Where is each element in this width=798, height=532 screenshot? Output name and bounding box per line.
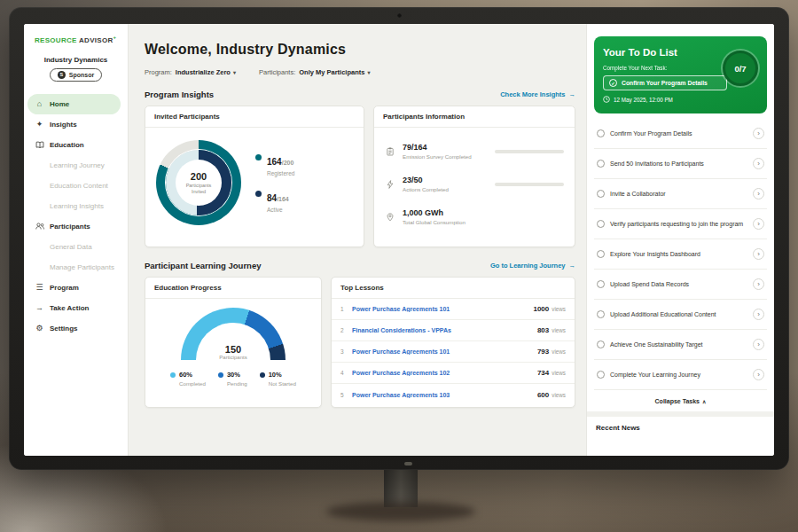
sidebar-item-insights[interactable]: ✦ Insights [24,114,128,135]
legend-dot [170,372,176,378]
sidebar-item-manage-participants[interactable]: Manage Participants [24,257,128,278]
collapse-label: Collapse Tasks [655,398,700,404]
survey-progress-bar [495,150,564,153]
legend-dot [218,372,223,378]
program-filter-value: Industrialize Zero [176,68,231,76]
task-checkbox[interactable] [597,310,605,318]
lesson-title-link[interactable]: Power Purchase Agreements 102 [352,370,537,376]
sidebar-item-program[interactable]: ☰ Program [24,278,128,298]
lesson-title-link[interactable]: Financial Considerations - VPPAs [352,327,537,333]
lesson-title-link[interactable]: Power Purchase Agreements 101 [352,306,533,312]
program-insights-cards: Invited Participants 200 Participants In… [145,106,575,247]
chevron-right-icon[interactable]: › [753,309,764,320]
sidebar: RESOURCE ADVISOR+ Industry Dynamics S Sp… [24,24,129,456]
collapse-tasks-button[interactable]: Collapse Tasks∧ [594,390,767,411]
check-more-insights-link[interactable]: Check More Insights → [500,90,575,98]
legend-label: Completed [179,380,206,387]
lesson-row: 4 Power Purchase Agreements 102 734 view… [332,363,575,384]
lesson-views-suffix: views [552,327,566,333]
due-text: 12 May 2025, 12:00 PM [614,97,673,103]
next-task-button[interactable]: ✓ Confirm Your Program Details [603,75,727,90]
sidebar-item-general-data[interactable]: General Data [24,237,128,257]
people-icon [35,223,44,230]
chevron-right-icon[interactable]: › [753,158,764,169]
legend-value: 164 [267,157,282,167]
power-led [404,462,412,466]
sidebar-item-learning-journey[interactable]: Learning Journey [24,155,128,176]
recent-news-header: Recent News [594,417,767,439]
monitor-frame: RESOURCE ADVISOR+ Industry Dynamics S Sp… [9,7,789,470]
lesson-views: 803 [537,326,549,334]
task-checkbox[interactable] [597,250,605,258]
sidebar-item-label: General Data [50,243,92,251]
task-checkbox[interactable] [597,129,605,137]
chevron-right-icon[interactable]: › [753,128,764,139]
list-icon: ☰ [35,283,44,292]
participants-filter: Participants: Only My Participants ▾ [259,68,370,76]
gauge-center-label: Participants [181,355,286,360]
monitor-stand-neck [384,465,418,507]
lesson-views-suffix: views [552,306,566,312]
lesson-title-link[interactable]: Power Purchase Agreements 101 [352,348,537,355]
lesson-title-link[interactable]: Power Purchase Agreements 103 [352,392,537,398]
chevron-right-icon[interactable]: › [753,339,764,350]
task-row[interactable]: Send 50 Invitations to Participants › [594,149,767,179]
info-label: Emission Survey Completed [403,153,488,160]
sidebar-item-label: Education [50,141,84,149]
sidebar-item-education-content[interactable]: Education Content [24,176,128,196]
info-label: Actions Completed [403,186,488,192]
task-checkbox[interactable] [597,340,605,348]
learning-cards: Education Progress 150 Participants [145,277,575,408]
legend-item-pending: 30% Pending [218,371,247,387]
go-to-learning-journey-link[interactable]: Go to Learning Journey → [490,262,575,270]
top-lessons-card: Top Lessons 1 Power Purchase Agreements … [331,277,575,408]
sponsor-badge[interactable]: S Sponsor [50,68,102,82]
task-checkbox[interactable] [597,160,605,168]
sidebar-item-education[interactable]: Education [24,135,128,155]
chevron-right-icon[interactable]: › [753,188,764,200]
program-filter-dropdown[interactable]: Industrialize Zero ▾ [176,68,236,76]
task-label: Invite a Collaborator [610,190,747,198]
book-icon [35,141,44,149]
task-checkbox[interactable] [597,190,605,198]
task-checkbox[interactable] [597,220,605,228]
invited-center-value: 200 [191,171,207,182]
chevron-right-icon[interactable]: › [753,369,764,380]
task-label: Upload Additional Educational Content [610,310,747,318]
chevron-right-icon[interactable]: › [753,218,764,230]
task-row[interactable]: Achieve One Sustainability Target › [594,330,767,360]
brand-logo: RESOURCE ADVISOR+ [24,35,128,44]
sidebar-item-learning-insights[interactable]: Learning Insights [24,196,128,216]
task-label: Achieve One Sustainability Target [610,340,747,348]
task-row[interactable]: Complete Your Learning Journey › [594,360,767,390]
legend-label: Registered [267,170,294,176]
lesson-views: 600 [537,391,549,399]
task-checkbox[interactable] [597,280,605,288]
task-row[interactable]: Explore Your Insights Dashboard › [594,239,767,270]
task-row[interactable]: Verify participants requesting to join t… [594,209,767,239]
legend-total: /164 [277,196,289,202]
lesson-rank: 1 [340,306,352,312]
sidebar-item-participants[interactable]: Participants [24,216,128,237]
pin-icon [385,213,395,222]
arrow-right-icon: → [569,90,576,98]
webcam-icon [397,13,402,18]
chevron-up-icon: ∧ [702,399,706,404]
sidebar-item-settings[interactable]: ⚙ Settings [24,318,128,339]
sidebar-nav: ⌂ Home ✦ Insights Education Learn [24,94,128,339]
task-row[interactable]: Confirm Your Program Details › [594,119,767,149]
task-label: Explore Your Insights Dashboard [610,250,747,258]
next-task-label: Confirm Your Program Details [622,80,708,86]
lesson-rank: 2 [340,327,352,333]
chevron-right-icon[interactable]: › [753,248,764,260]
chevron-right-icon[interactable]: › [753,278,764,290]
participants-filter-dropdown[interactable]: Only My Participants ▾ [299,68,370,76]
task-checkbox[interactable] [597,371,605,379]
task-row[interactable]: Upload Additional Educational Content › [594,300,767,330]
info-label: Total Global Consumption [403,219,466,225]
task-row[interactable]: Upload Spend Data Records › [594,270,767,300]
task-row[interactable]: Invite a Collaborator › [594,179,767,209]
sidebar-item-home[interactable]: ⌂ Home [27,94,121,114]
sidebar-item-take-action[interactable]: → Take Action [24,298,128,318]
sidebar-item-label: Take Action [50,304,89,312]
